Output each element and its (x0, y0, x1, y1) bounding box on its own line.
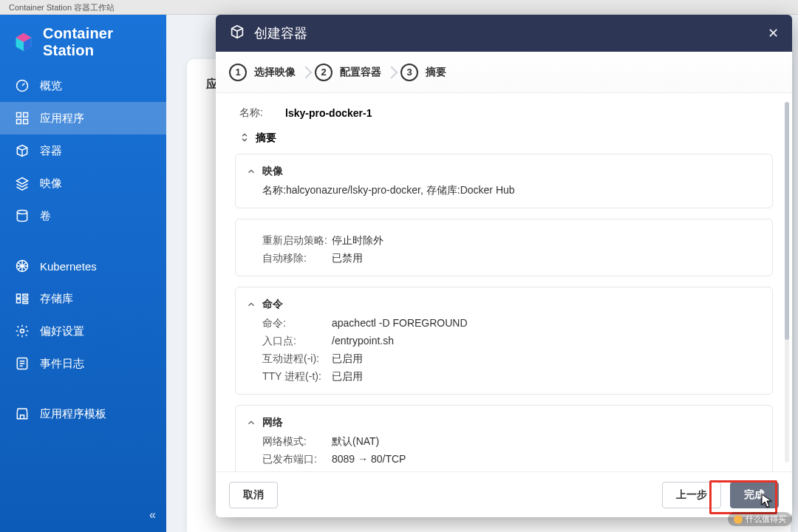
section-command: 命令 命令:apachectl -D FOREGROUND 入口点:/entry… (235, 287, 773, 395)
gauge-icon (15, 78, 30, 93)
kv-key: 已发布端口: (262, 453, 332, 466)
kv-value: 已启用 (332, 370, 363, 383)
cursor-icon (761, 494, 773, 508)
registry-icon (15, 291, 30, 306)
section-network: 网络 网络模式:默认(NAT) 已发布端口:8089 → 80/TCP (235, 405, 773, 471)
sidebar-item-applications[interactable]: 应用程序 (0, 102, 166, 134)
step-label: 摘要 (426, 66, 446, 79)
storefront-icon (15, 406, 30, 421)
sidebar-item-volumes[interactable]: 卷 (0, 200, 166, 232)
kv-key: TTY 进程(-t): (262, 370, 332, 383)
section-title: 命令 (262, 298, 283, 311)
step-summary[interactable]: 3摘要 (400, 64, 466, 81)
svg-rect-5 (24, 113, 28, 117)
section-title: 网络 (262, 416, 283, 429)
image-detail: 名称:halcyonazure/lsky-pro-docker, 存储库:Doc… (262, 184, 759, 197)
kubernetes-icon (15, 259, 30, 273)
svg-rect-12 (23, 294, 28, 296)
sidebar-item-repositories[interactable]: 存储库 (0, 282, 166, 315)
step-label: 配置容器 (340, 66, 381, 79)
nav: 概览 应用程序 容器 映像 卷 Kubernetes 存储库 偏好设置 事件日志… (0, 69, 166, 504)
summary-label: 摘要 (256, 132, 276, 145)
kv-value: 默认(NAT) (332, 435, 379, 449)
sidebar-item-app-templates[interactable]: 应用程序模板 (0, 398, 166, 430)
svg-rect-6 (17, 120, 21, 124)
kv-key: 命令: (262, 317, 332, 330)
section-restart: 重新启动策略:停止时除外 自动移除:已禁用 (235, 219, 773, 276)
gear-icon (15, 324, 30, 338)
kv-value: apachectl -D FOREGROUND (332, 317, 468, 330)
section-network-toggle[interactable]: 网络 (246, 416, 759, 429)
close-button[interactable]: ✕ (768, 25, 779, 41)
prev-button[interactable]: 上一步 (662, 482, 721, 508)
step-number: 3 (400, 64, 418, 81)
scrollbar[interactable] (785, 102, 789, 463)
watermark: 什么值得买 (728, 512, 792, 526)
step-number: 1 (229, 64, 247, 81)
kv-value: /entrypoint.sh (332, 335, 394, 348)
brand-logo-icon (13, 30, 34, 54)
section-title: 映像 (262, 165, 283, 178)
sidebar-item-overview[interactable]: 概览 (0, 69, 166, 102)
svg-rect-10 (17, 294, 21, 298)
published-port-row: 已发布端口:8089 → 80/TCP (262, 453, 759, 466)
database-icon (15, 208, 30, 223)
svg-point-8 (17, 211, 27, 214)
section-image: 映像 名称:halcyonazure/lsky-pro-docker, 存储库:… (235, 154, 773, 208)
auto-remove-row: 自动移除:已禁用 (262, 252, 759, 265)
sidebar-item-kubernetes[interactable]: Kubernetes (0, 250, 166, 282)
step-configure[interactable]: 2配置容器 (315, 64, 400, 81)
chevron-double-left-icon: « (149, 508, 156, 521)
svg-rect-7 (24, 120, 28, 124)
sidebar-item-preferences[interactable]: 偏好设置 (0, 315, 166, 347)
section-image-toggle[interactable]: 映像 (246, 165, 759, 178)
brand-title: Container Station (43, 25, 153, 59)
svg-rect-4 (17, 113, 21, 117)
sidebar-item-label: 卷 (40, 209, 51, 223)
expand-collapse-icon (239, 132, 250, 145)
step-number: 2 (315, 64, 332, 81)
svg-rect-14 (23, 301, 28, 304)
scrollbar-thumb[interactable] (785, 102, 789, 340)
kv-key: 网络模式: (262, 435, 332, 449)
sidebar-item-label: 存储库 (40, 292, 73, 306)
kv-value: 8089 → 80/TCP (332, 453, 406, 466)
brand: Container Station (0, 15, 166, 69)
kv-key: 重新启动策略: (262, 234, 332, 248)
svg-rect-11 (17, 299, 21, 303)
sidebar-item-label: 偏好设置 (40, 324, 84, 338)
cube-icon (15, 143, 30, 158)
kv-key: 自动移除: (262, 252, 332, 265)
name-value: lsky-pro-docker-1 (285, 107, 372, 119)
sidebar-item-containers[interactable]: 容器 (0, 134, 166, 167)
sidebar: Container Station 概览 应用程序 容器 映像 卷 Kubern… (0, 15, 166, 532)
kv-key: 入口点: (262, 335, 332, 348)
sidebar-item-images[interactable]: 映像 (0, 167, 166, 200)
window-titlebar: Container Station 容器工作站 (0, 0, 798, 15)
kv-value: 停止时除外 (332, 234, 383, 248)
watermark-text: 什么值得买 (746, 514, 786, 525)
entrypoint-row: 入口点:/entrypoint.sh (262, 335, 759, 348)
cancel-button[interactable]: 取消 (229, 482, 278, 508)
summary-toggle[interactable]: 摘要 (239, 132, 768, 145)
restart-policy-row: 重新启动策略:停止时除外 (262, 234, 759, 248)
step-select-image[interactable]: 1选择映像 (229, 64, 315, 81)
section-command-toggle[interactable]: 命令 (246, 298, 759, 311)
wizard-steps: 1选择映像 2配置容器 3摘要 (216, 52, 792, 93)
dialog-footer: 取消 上一步 完成 (216, 471, 792, 517)
tty-row: TTY 进程(-t):已启用 (262, 370, 759, 383)
window-title: Container Station 容器工作站 (9, 3, 115, 12)
kv-value: 已启用 (332, 352, 363, 366)
kv-value: 已禁用 (332, 252, 363, 265)
coin-icon (734, 515, 743, 524)
close-icon: ✕ (768, 26, 779, 41)
sidebar-item-logs[interactable]: 事件日志 (0, 347, 166, 380)
kv-key: 互动进程(-i): (262, 352, 332, 366)
sidebar-item-label: Kubernetes (40, 260, 97, 273)
sidebar-collapse-button[interactable]: « (139, 504, 166, 532)
network-mode-row: 网络模式:默认(NAT) (262, 435, 759, 449)
dialog-header: 创建容器 ✕ (216, 15, 792, 52)
svg-point-15 (21, 330, 24, 333)
command-row: 命令:apachectl -D FOREGROUND (262, 317, 759, 330)
apps-icon (15, 111, 30, 126)
